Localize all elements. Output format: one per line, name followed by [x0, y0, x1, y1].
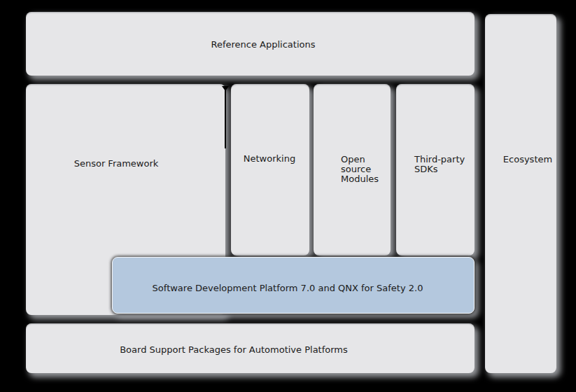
third-party-sdks-label: Third-party SDKs: [414, 155, 473, 174]
gap-connector-line: [225, 89, 226, 148]
ecosystem-label: Ecosystem: [503, 155, 552, 164]
gap-connector-arrow-icon: [222, 86, 229, 91]
box-open-source-modules: Open source Modules: [314, 84, 391, 255]
box-reference-applications: Reference Applications: [26, 12, 475, 76]
box-networking: Networking: [231, 84, 309, 255]
box-ecosystem: Ecosystem: [485, 14, 556, 373]
networking-label: Networking: [244, 154, 295, 164]
qnx-software-stack-diagram: Reference Applications Sensor Framework …: [0, 0, 576, 392]
sensor-framework-label: Sensor Framework: [74, 159, 159, 169]
software-development-platform-label: Software Development Platform 7.0 and QN…: [153, 284, 423, 293]
box-board-support-packages: Board Support Packages for Automotive Pl…: [26, 323, 475, 373]
box-third-party-sdks: Third-party SDKs: [396, 84, 475, 255]
box-software-development-platform: Software Development Platform 7.0 and QN…: [112, 257, 475, 314]
board-support-packages-label: Board Support Packages for Automotive Pl…: [120, 345, 348, 355]
open-source-modules-label: Open source Modules: [341, 155, 384, 184]
reference-applications-label: Reference Applications: [211, 40, 315, 50]
